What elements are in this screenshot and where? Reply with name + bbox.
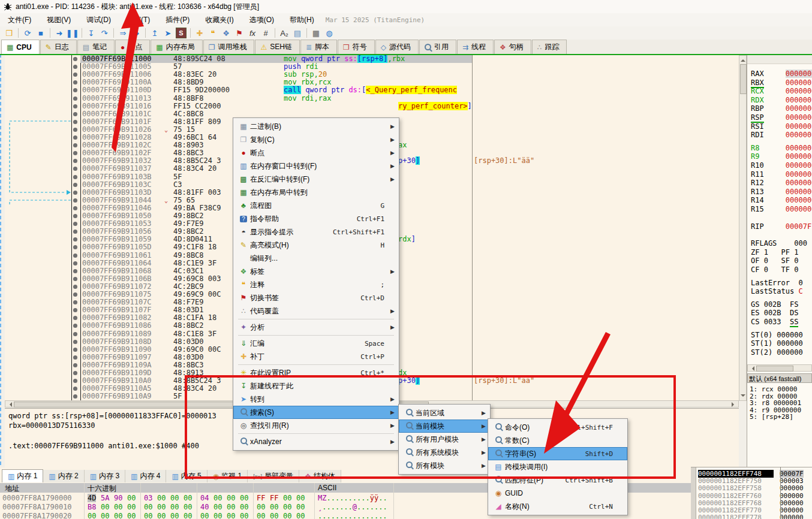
log-device-icon[interactable]: ▤ <box>291 28 303 38</box>
menu-search-command[interactable]: 命令(O)Ctrl+Shift+F <box>488 421 627 434</box>
dump-tab-locals[interactable]: [x=]局部变量 <box>248 470 299 482</box>
breakpoint-dot[interactable] <box>73 340 77 344</box>
menu-search[interactable]: 搜索(S)▶ <box>233 406 399 419</box>
menu-names[interactable]: ◢名称(N)Ctrl+N <box>488 500 627 513</box>
stack-row[interactable]: 0000001182EFF768000000 <box>698 499 804 506</box>
tab-threads[interactable]: ⇉线程 <box>457 40 494 54</box>
breakpoint-dot[interactable] <box>73 104 77 108</box>
tab-trace[interactable]: ∴跟踪 <box>532 40 567 54</box>
breakpoint-dot[interactable] <box>73 128 77 132</box>
run-to-user-code-icon[interactable]: ➤ <box>162 28 174 38</box>
step-into-icon[interactable]: ↧ <box>85 28 97 38</box>
run-trace-icon[interactable]: ➜ <box>130 28 142 38</box>
breakpoint-dot[interactable] <box>73 175 77 179</box>
register-row[interactable]: ST(0) 000000 <box>751 331 803 339</box>
breakpoint-dot[interactable] <box>73 363 77 367</box>
menu-comment[interactable]: ❝注释; <box>233 278 399 291</box>
stack-row[interactable]: 0000001182EFF750000003 <box>698 477 804 484</box>
restart-icon[interactable]: ⟳ <box>22 28 34 38</box>
register-row[interactable]: RSP 0000000 <box>751 113 812 122</box>
breakpoint-dot[interactable] <box>73 254 77 258</box>
register-row[interactable]: RFLAGS 000 <box>751 239 807 248</box>
dump-tab-memory-4[interactable]: ▥内存 4 <box>125 470 166 482</box>
menu-assemble[interactable]: ⇓汇编Space <box>233 337 399 350</box>
hash-icon[interactable]: # <box>260 28 272 38</box>
registers-panel[interactable]: RAX 0000000RBX 0000001RCX 0000000RDX 000… <box>747 55 812 467</box>
tab-handles[interactable]: ❖句柄 <box>494 40 531 54</box>
menu-all-modules[interactable]: 所有模块▶ <box>399 459 490 472</box>
register-row[interactable]: R15 0000000 <box>751 205 812 213</box>
calculator-icon[interactable]: ▦ <box>310 28 322 38</box>
menu-current-region[interactable]: 当前区域▶ <box>399 406 490 420</box>
breakpoint-dot[interactable] <box>73 371 77 375</box>
dump-tab-memory-5[interactable]: ▥内存 5 <box>166 470 207 482</box>
menubar-item-2[interactable]: 调试(D) <box>79 14 119 26</box>
menu-patch[interactable]: ✚补丁Ctrl+P <box>233 350 399 363</box>
breakpoint-dot[interactable] <box>73 348 77 352</box>
scrollbar-thumb[interactable] <box>756 366 793 372</box>
dump-tab-memory-3[interactable]: ▥内存 3 <box>85 470 125 482</box>
breakpoint-dot[interactable] <box>73 191 77 195</box>
menu-highlight-mode[interactable]: ✎高亮模式(H)H <box>233 239 399 252</box>
menubar-item-0[interactable]: 文件(F) <box>0 14 39 26</box>
register-row[interactable]: ST(2) 000000 <box>751 348 803 357</box>
comment-icon[interactable]: ❝ <box>207 28 219 38</box>
register-row[interactable]: ES 002B DS <box>751 309 798 317</box>
register-row[interactable]: RSI 0000001 <box>751 122 812 131</box>
menu-guid[interactable]: ◉GUID <box>488 487 627 500</box>
stack-row[interactable]: 0000001182EFF760000000 <box>698 492 804 499</box>
menubar-item-3[interactable]: 跟踪(T) <box>119 14 158 26</box>
pause-icon[interactable]: ❚❚ <box>67 28 79 38</box>
tab-notes[interactable]: ▤笔记 <box>77 40 115 54</box>
step-over-icon[interactable]: ↷ <box>98 28 110 38</box>
menu-goto[interactable]: ➤转到▶ <box>233 393 399 406</box>
menu-graph[interactable]: ♣流程图G <box>233 199 399 212</box>
register-row[interactable]: RDX 0000001 <box>751 96 812 104</box>
breakpoint-dot[interactable] <box>73 206 77 210</box>
dump-tab-struct[interactable]: ❖结构体 <box>299 470 341 482</box>
globe-icon[interactable]: ◍ <box>323 28 335 38</box>
breakpoint-dot[interactable] <box>73 214 77 218</box>
scroll-left-icon[interactable] <box>7 402 12 407</box>
stack-panel[interactable]: 0000001182EFF74800007F0000001182EFF75000… <box>691 467 812 519</box>
menubar-item-4[interactable]: 插件(P) <box>158 14 197 26</box>
s-button[interactable]: S <box>175 28 187 38</box>
scroll-left-icon[interactable] <box>750 366 754 371</box>
register-row[interactable]: RCX 0000000 <box>751 87 812 95</box>
tab-seh[interactable]: ⚠SEH链 <box>255 40 299 54</box>
menu-binary[interactable]: ▦二进制(B)▶ <box>233 120 399 133</box>
az-icon[interactable]: A₂ <box>278 28 290 38</box>
registers-horizontal-scrollbar[interactable] <box>747 364 812 372</box>
label-icon[interactable]: ❖ <box>220 28 232 38</box>
disassembly-vertical-scrollbar[interactable] <box>739 55 747 401</box>
tab-breakpoints[interactable]: ●断点 <box>115 40 150 54</box>
menu-current-module[interactable]: 当前模块▶ <box>399 420 490 433</box>
menu-xanalyzer[interactable]: xAnalyzer▶ <box>233 435 399 448</box>
menu-intermodular-calls[interactable]: ▤跨模块调用(I) <box>488 460 627 473</box>
stack-row[interactable]: 0000001182EFF74800007F <box>698 470 804 477</box>
menubar-item-1[interactable]: 视图(V) <box>39 14 79 26</box>
menu-code-coverage[interactable]: ∴代码覆盖▶ <box>233 304 399 318</box>
breakpoint-dot[interactable] <box>73 332 77 336</box>
tab-cpu[interactable]: ▦CPU <box>1 40 40 54</box>
menu-all-system-modules[interactable]: 所有系统模块▶ <box>399 446 490 459</box>
menu-goto-memory-window[interactable]: ▥在内存窗口中转到(F)▶ <box>233 159 399 173</box>
menu-breakpoint[interactable]: ●断点▶ <box>233 146 399 159</box>
menu-label[interactable]: ❖标签▶ <box>233 265 399 278</box>
register-row[interactable]: RAX 0000000 <box>751 70 812 78</box>
bookmark-icon[interactable]: ⚑ <box>233 28 245 38</box>
menu-analysis[interactable]: ✦分析▶ <box>233 321 399 334</box>
calling-convention-header[interactable]: 默认 (x64 fastcall) <box>747 373 812 383</box>
register-row[interactable]: CF 0 TF 0 <box>751 265 798 274</box>
register-row[interactable]: OF 0 SF 0 <box>751 257 798 265</box>
breakpoint-dot[interactable] <box>73 261 77 265</box>
menu-search-constant[interactable]: 常数(C) <box>488 434 627 447</box>
register-row[interactable]: R13 0000000 <box>751 188 812 196</box>
register-row[interactable]: RBP 0000000 <box>751 104 812 113</box>
menu-show-mnemonic-brief[interactable]: ◓显示指令提示Ctrl+Shift+F1 <box>233 225 399 239</box>
scrollbar-thumb[interactable] <box>740 64 747 94</box>
register-row[interactable]: LastError 0 <box>751 279 803 287</box>
menu-goto-memory-map[interactable]: ▦在内存布局中转到 <box>233 186 399 199</box>
tab-log[interactable]: ✎日志 <box>40 40 77 54</box>
menu-all-user-modules[interactable]: 所有用户模块▶ <box>399 433 490 446</box>
